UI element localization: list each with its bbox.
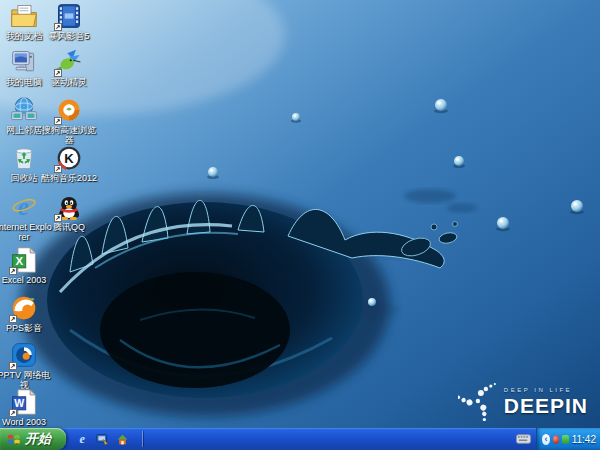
quick-launch-homepage-icon[interactable] (115, 432, 130, 447)
qq-penguin-icon: ↗ (55, 193, 83, 221)
shortcut-arrow-icon: ↗ (54, 117, 62, 125)
pps-player-icon: ↗ (10, 294, 38, 322)
pptv-icon: ↗ (10, 341, 38, 369)
quick-launch-bar: e (75, 431, 143, 447)
shortcut-arrow-icon: ↗ (9, 267, 17, 275)
desktop-icon-baofeng[interactable]: ↗ 暴风影音5 (39, 2, 99, 41)
svg-text:X: X (15, 255, 23, 267)
tray-app-icon-red[interactable] (553, 435, 559, 444)
desktop-icon-sogou-browser[interactable]: ↗ 搜狗高速浏览器 (39, 96, 99, 145)
desktop-icon-label: Word 2003 (0, 417, 52, 427)
shortcut-arrow-icon: ↗ (54, 214, 62, 222)
svg-text:W: W (14, 397, 24, 409)
start-button[interactable]: 开始 (0, 428, 66, 450)
desktop-icon-label: 酷狗音乐2012 (39, 173, 99, 183)
shortcut-arrow-icon: ↗ (54, 69, 62, 77)
desktop-icon-excel-2003[interactable]: X ↗ Excel 2003 (0, 246, 52, 285)
recycle-bin-icon (10, 144, 38, 172)
desktop-icon-pptv[interactable]: ↗ PPTV 网络电视 (0, 341, 52, 390)
my-computer-icon (10, 48, 38, 76)
svg-text:e: e (79, 432, 85, 446)
baofeng-player-icon: ↗ (55, 2, 83, 30)
desktop-icon-label: 暴风影音5 (39, 31, 99, 41)
tray-app-icon-green[interactable] (562, 435, 568, 444)
language-keyboard-icon[interactable] (515, 433, 531, 445)
desktop-icon-tencent-qq[interactable]: ↗ 腾讯QQ (39, 193, 99, 232)
desktop-icon-word-2003[interactable]: W ↗ Word 2003 (0, 388, 52, 427)
network-places-icon (10, 96, 38, 124)
desktop: DEEP IN LIFE DEEPIN 我的文档 ↗ 暴风影音5 我的电脑 ↗ … (0, 0, 600, 450)
desktop-icon-label: PPTV 网络电视 (0, 370, 52, 390)
shortcut-arrow-icon: ↗ (54, 23, 62, 31)
word-icon: W ↗ (10, 388, 38, 416)
deepin-wordmark: DEEPIN (504, 395, 588, 416)
shortcut-arrow-icon: ↗ (9, 409, 17, 417)
tray-collapse-chevron-icon[interactable]: ‹ (542, 434, 550, 445)
my-documents-icon (10, 2, 38, 30)
desktop-icon-label: 搜狗高速浏览器 (39, 125, 99, 145)
desktop-icon-label: 腾讯QQ (39, 222, 99, 232)
deepin-logo: DEEP IN LIFE DEEPIN (458, 378, 588, 424)
desktop-icon-pps[interactable]: ↗ PPS影音 (0, 294, 52, 333)
deepin-tagline: DEEP IN LIFE (504, 387, 588, 393)
shortcut-arrow-icon: ↗ (9, 315, 17, 323)
taskbar-divider (142, 431, 143, 447)
svg-text:K: K (64, 151, 74, 166)
internet-explorer-icon: e (10, 193, 38, 221)
start-button-label: 开始 (25, 430, 51, 448)
shortcut-arrow-icon: ↗ (54, 165, 62, 173)
deepin-pinwheel-icon (458, 381, 498, 421)
desktop-icon-label: Excel 2003 (0, 275, 52, 285)
system-tray: ‹ 11:42 (536, 428, 600, 450)
kugou-music-icon: K ↗ (55, 144, 83, 172)
svg-text:e: e (18, 193, 29, 220)
driver-genie-bird-icon: ↗ (55, 48, 83, 76)
desktop-icon-driver-genie[interactable]: ↗ 驱动精灵 (39, 48, 99, 87)
shortcut-arrow-icon: ↗ (9, 362, 17, 370)
windows-logo-icon (7, 432, 21, 446)
desktop-icon-label: 驱动精灵 (39, 77, 99, 87)
excel-icon: X ↗ (10, 246, 38, 274)
desktop-icon-label: PPS影音 (0, 323, 52, 333)
sogou-browser-swirl-icon: ↗ (55, 96, 83, 124)
desktop-icon-kugou[interactable]: K ↗ 酷狗音乐2012 (39, 144, 99, 183)
quick-launch-show-desktop-icon[interactable] (95, 432, 110, 447)
quick-launch-ie-icon[interactable]: e (75, 432, 90, 447)
taskbar-clock[interactable]: 11:42 (572, 434, 600, 445)
taskbar: 开始 e ‹ 11:42 (0, 428, 600, 450)
